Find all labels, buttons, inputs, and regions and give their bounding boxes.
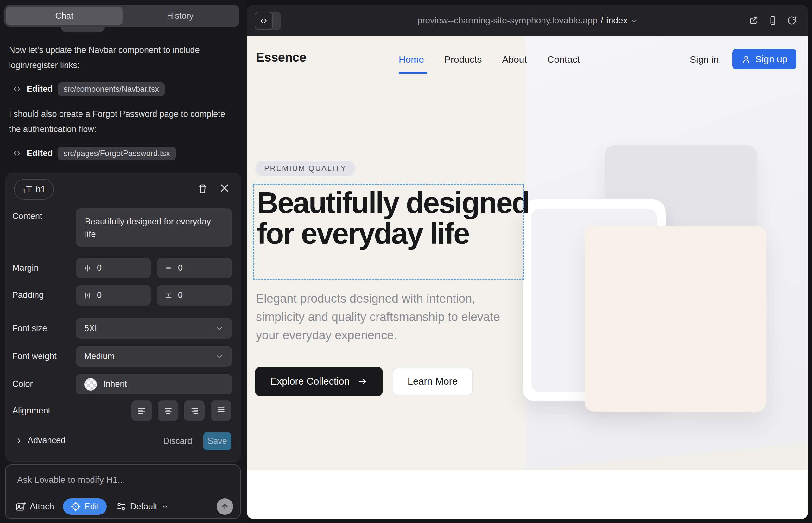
nav-link-products[interactable]: Products: [444, 54, 482, 65]
margin-vertical-input[interactable]: 0: [157, 258, 232, 278]
hero-cta-row: Explore Collection Learn More: [255, 367, 473, 396]
attach-label: Attach: [30, 502, 54, 511]
delete-element-button[interactable]: [197, 183, 208, 195]
content-input[interactable]: Beautifully designed for everyday life: [76, 208, 232, 247]
edited-label: Edited: [27, 84, 53, 94]
send-button[interactable]: [217, 498, 233, 515]
refresh-icon[interactable]: [787, 16, 796, 25]
tab-history-label: History: [167, 11, 194, 21]
lovable-workspace: Chat History Now let's update the Navbar…: [0, 0, 812, 523]
padding-vertical-value: 0: [178, 290, 183, 300]
tab-chat[interactable]: Chat: [6, 7, 123, 25]
code-icon: [12, 149, 21, 157]
margin-vertical-value: 0: [178, 263, 183, 273]
padding-vertical-input[interactable]: 0: [157, 285, 232, 306]
hero-description: Elegant products designed with intention…: [256, 289, 516, 344]
learn-more-button[interactable]: Learn More: [393, 367, 473, 395]
preview-url-page: index: [606, 16, 628, 26]
mobile-preview-icon[interactable]: [768, 16, 777, 26]
sign-up-button[interactable]: Sign up: [732, 49, 796, 69]
margin-horizontal-input[interactable]: 0: [76, 258, 151, 278]
padding-horizontal-value: 0: [97, 290, 102, 300]
text-size-icon: TT: [22, 184, 32, 194]
close-editor-button[interactable]: [219, 183, 230, 194]
code-icon: [254, 12, 273, 30]
edit-mode-button[interactable]: Edit: [63, 498, 107, 515]
premium-quality-badge: PREMIUM QUALITY: [255, 161, 355, 176]
composer-toolbar: Attach Edit Default: [15, 498, 233, 515]
padding-horizontal-icon: [83, 291, 92, 300]
user-icon: [741, 54, 751, 64]
model-selector[interactable]: Default: [116, 502, 169, 511]
prompt-input[interactable]: [16, 474, 227, 485]
attach-button[interactable]: Attach: [15, 501, 54, 512]
alignment-label: Alignment: [12, 406, 50, 416]
edited-file-row: Edited src/components/Navbar.tsx: [12, 82, 165, 96]
sliders-icon: [116, 502, 126, 511]
advanced-toggle[interactable]: Advanced: [15, 436, 66, 446]
selection-outline: [253, 184, 524, 279]
nav-link-home[interactable]: Home: [399, 54, 424, 65]
scrolled-chip-fragment: [61, 26, 105, 32]
code-icon: [12, 85, 21, 93]
padding-horizontal-input[interactable]: 0: [76, 285, 151, 306]
font-weight-value: Medium: [84, 351, 114, 361]
arrow-up-icon: [220, 502, 229, 511]
site-logo[interactable]: Essence: [256, 50, 306, 65]
font-weight-label: Font weight: [12, 351, 57, 361]
color-label: Color: [12, 379, 33, 389]
font-size-value: 5XL: [84, 324, 100, 333]
margin-horizontal-icon: [83, 264, 92, 273]
element-editor-panel: TT h1 Content Beautifully designed for e…: [5, 173, 241, 462]
code-view-toggle[interactable]: [254, 12, 281, 30]
chevron-down-icon: [631, 18, 637, 25]
save-button[interactable]: Save: [203, 432, 231, 450]
color-value: Inherit: [103, 379, 127, 389]
color-picker-field[interactable]: Inherit: [76, 374, 232, 395]
sign-up-label: Sign up: [755, 54, 788, 65]
preview-topbar-actions: [749, 5, 796, 36]
nav-link-about[interactable]: About: [502, 54, 527, 65]
open-in-new-tab-icon[interactable]: [749, 16, 758, 25]
selected-element-tag: TT h1: [14, 179, 54, 200]
assistant-message: I should also create a Forgot Password p…: [9, 106, 231, 137]
align-left-button[interactable]: [131, 400, 152, 421]
padding-label: Padding: [12, 290, 44, 300]
align-justify-button[interactable]: [211, 400, 231, 421]
preview-url-dropdown[interactable]: preview--charming-site-symphony.lovable.…: [247, 5, 808, 36]
explore-collection-button[interactable]: Explore Collection: [255, 367, 383, 396]
chat-sidebar: Chat History Now let's update the Navbar…: [0, 0, 247, 523]
font-size-select[interactable]: 5XL: [76, 318, 232, 339]
margin-vertical-icon: [164, 264, 173, 273]
color-swatch: [84, 378, 97, 391]
margin-label: Margin: [12, 263, 39, 273]
align-center-button[interactable]: [158, 400, 178, 421]
nav-link-contact[interactable]: Contact: [547, 54, 580, 65]
edited-label: Edited: [27, 148, 53, 158]
margin-horizontal-value: 0: [97, 263, 102, 273]
site-navbar: Essence Home Products About Contact Sign…: [247, 36, 808, 103]
sign-in-link[interactable]: Sign in: [690, 54, 719, 65]
assistant-message: Now let's update the Navbar component to…: [9, 42, 231, 73]
chevron-down-icon: [161, 503, 169, 510]
advanced-label: Advanced: [28, 436, 66, 446]
padding-vertical-icon: [164, 291, 173, 300]
preview-window: preview--charming-site-symphony.lovable.…: [247, 5, 808, 519]
font-size-label: Font size: [12, 324, 47, 333]
preview-url-separator: /: [601, 16, 603, 26]
edit-mode-label: Edit: [85, 502, 100, 511]
model-selector-label: Default: [130, 502, 157, 511]
file-chip[interactable]: src/pages/ForgotPassword.tsx: [58, 147, 176, 160]
site-nav-links: Home Products About Contact: [399, 54, 580, 65]
explore-collection-label: Explore Collection: [270, 376, 350, 387]
decor-card-beige: [585, 226, 766, 412]
chevron-down-icon: [215, 353, 224, 361]
arrow-right-icon: [358, 377, 367, 386]
file-chip[interactable]: src/components/Navbar.tsx: [58, 82, 165, 96]
align-right-button[interactable]: [184, 400, 205, 421]
active-nav-underline: [399, 72, 427, 74]
font-weight-select[interactable]: Medium: [76, 346, 232, 366]
chat-history-tabbar: Chat History: [4, 5, 240, 26]
tab-history[interactable]: History: [123, 5, 238, 26]
discard-button[interactable]: Discard: [163, 432, 192, 450]
